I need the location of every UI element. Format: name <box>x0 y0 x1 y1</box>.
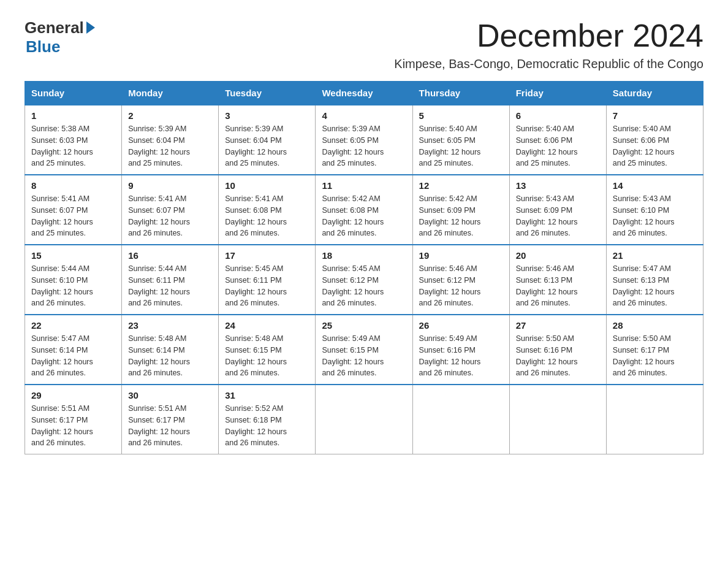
day-number: 19 <box>419 250 503 261</box>
day-number: 17 <box>225 250 309 261</box>
day-info: Sunrise: 5:39 AMSunset: 6:04 PMDaylight:… <box>225 124 287 167</box>
header-friday: Friday <box>509 82 606 105</box>
header-monday: Monday <box>122 82 219 105</box>
subtitle: Kimpese, Bas-Congo, Democratic Republic … <box>394 57 703 71</box>
calendar-cell <box>412 385 509 454</box>
day-info: Sunrise: 5:48 AMSunset: 6:14 PMDaylight:… <box>128 334 190 377</box>
calendar-cell: 6 Sunrise: 5:40 AMSunset: 6:06 PMDayligh… <box>509 105 606 175</box>
day-number: 20 <box>516 250 600 261</box>
day-number: 8 <box>31 180 115 191</box>
day-number: 31 <box>225 390 309 400</box>
day-number: 1 <box>31 110 115 121</box>
day-number: 10 <box>225 180 309 191</box>
day-number: 27 <box>516 320 600 331</box>
calendar-cell: 14 Sunrise: 5:43 AMSunset: 6:10 PMDaylig… <box>606 175 703 245</box>
calendar-cell: 12 Sunrise: 5:42 AMSunset: 6:09 PMDaylig… <box>412 175 509 245</box>
calendar-cell: 21 Sunrise: 5:47 AMSunset: 6:13 PMDaylig… <box>606 245 703 315</box>
calendar-cell <box>316 385 412 454</box>
day-number: 16 <box>128 250 212 261</box>
calendar-cell: 31 Sunrise: 5:52 AMSunset: 6:18 PMDaylig… <box>219 385 316 454</box>
logo-general-text: General <box>25 18 84 37</box>
calendar-week-row: 15 Sunrise: 5:44 AMSunset: 6:10 PMDaylig… <box>25 245 703 315</box>
calendar-cell: 23 Sunrise: 5:48 AMSunset: 6:14 PMDaylig… <box>122 315 219 385</box>
calendar-cell: 19 Sunrise: 5:46 AMSunset: 6:12 PMDaylig… <box>412 245 509 315</box>
day-number: 14 <box>613 180 697 191</box>
calendar-week-row: 1 Sunrise: 5:38 AMSunset: 6:03 PMDayligh… <box>25 105 703 175</box>
calendar-week-row: 29 Sunrise: 5:51 AMSunset: 6:17 PMDaylig… <box>25 385 703 454</box>
day-number: 29 <box>31 390 115 400</box>
day-number: 22 <box>31 320 115 331</box>
day-number: 26 <box>419 320 503 331</box>
day-info: Sunrise: 5:46 AMSunset: 6:13 PMDaylight:… <box>516 264 578 307</box>
day-info: Sunrise: 5:52 AMSunset: 6:18 PMDaylight:… <box>225 404 287 447</box>
header-sunday: Sunday <box>25 82 122 105</box>
calendar-cell: 22 Sunrise: 5:47 AMSunset: 6:14 PMDaylig… <box>25 315 122 385</box>
calendar-cell: 29 Sunrise: 5:51 AMSunset: 6:17 PMDaylig… <box>25 385 122 454</box>
calendar-cell: 5 Sunrise: 5:40 AMSunset: 6:05 PMDayligh… <box>412 105 509 175</box>
day-info: Sunrise: 5:41 AMSunset: 6:07 PMDaylight:… <box>31 194 93 237</box>
day-number: 18 <box>322 250 406 261</box>
main-title: December 2024 <box>394 18 703 53</box>
day-number: 2 <box>128 110 212 121</box>
day-info: Sunrise: 5:39 AMSunset: 6:04 PMDaylight:… <box>128 124 190 167</box>
day-info: Sunrise: 5:49 AMSunset: 6:16 PMDaylight:… <box>419 334 481 377</box>
day-number: 9 <box>128 180 212 191</box>
day-info: Sunrise: 5:48 AMSunset: 6:15 PMDaylight:… <box>225 334 287 377</box>
day-info: Sunrise: 5:46 AMSunset: 6:12 PMDaylight:… <box>419 264 481 307</box>
day-info: Sunrise: 5:42 AMSunset: 6:08 PMDaylight:… <box>322 194 384 237</box>
day-number: 21 <box>613 250 697 261</box>
day-info: Sunrise: 5:47 AMSunset: 6:13 PMDaylight:… <box>613 264 675 307</box>
day-number: 6 <box>516 110 600 121</box>
calendar-table: Sunday Monday Tuesday Wednesday Thursday… <box>25 81 703 454</box>
day-info: Sunrise: 5:50 AMSunset: 6:16 PMDaylight:… <box>516 334 578 377</box>
day-info: Sunrise: 5:41 AMSunset: 6:07 PMDaylight:… <box>128 194 190 237</box>
day-number: 24 <box>225 320 309 331</box>
calendar-week-row: 8 Sunrise: 5:41 AMSunset: 6:07 PMDayligh… <box>25 175 703 245</box>
day-info: Sunrise: 5:45 AMSunset: 6:11 PMDaylight:… <box>225 264 287 307</box>
logo-general: General <box>25 18 95 37</box>
calendar-cell: 20 Sunrise: 5:46 AMSunset: 6:13 PMDaylig… <box>509 245 606 315</box>
day-info: Sunrise: 5:39 AMSunset: 6:05 PMDaylight:… <box>322 124 384 167</box>
calendar-cell: 27 Sunrise: 5:50 AMSunset: 6:16 PMDaylig… <box>509 315 606 385</box>
calendar-cell: 26 Sunrise: 5:49 AMSunset: 6:16 PMDaylig… <box>412 315 509 385</box>
header-wednesday: Wednesday <box>316 82 412 105</box>
day-info: Sunrise: 5:40 AMSunset: 6:06 PMDaylight:… <box>613 124 675 167</box>
calendar-header-row: Sunday Monday Tuesday Wednesday Thursday… <box>25 82 703 105</box>
day-number: 5 <box>419 110 503 121</box>
day-number: 3 <box>225 110 309 121</box>
calendar-cell: 4 Sunrise: 5:39 AMSunset: 6:05 PMDayligh… <box>316 105 412 175</box>
calendar-cell: 7 Sunrise: 5:40 AMSunset: 6:06 PMDayligh… <box>606 105 703 175</box>
header-saturday: Saturday <box>606 82 703 105</box>
calendar-cell: 13 Sunrise: 5:43 AMSunset: 6:09 PMDaylig… <box>509 175 606 245</box>
calendar-cell: 25 Sunrise: 5:49 AMSunset: 6:15 PMDaylig… <box>316 315 412 385</box>
day-number: 28 <box>613 320 697 331</box>
page-header: General Blue December 2024 Kimpese, Bas-… <box>25 18 703 71</box>
day-info: Sunrise: 5:51 AMSunset: 6:17 PMDaylight:… <box>31 404 93 447</box>
calendar-cell <box>509 385 606 454</box>
day-number: 11 <box>322 180 406 191</box>
calendar-cell: 2 Sunrise: 5:39 AMSunset: 6:04 PMDayligh… <box>122 105 219 175</box>
calendar-cell: 3 Sunrise: 5:39 AMSunset: 6:04 PMDayligh… <box>219 105 316 175</box>
logo-arrow-icon <box>86 21 95 34</box>
day-info: Sunrise: 5:51 AMSunset: 6:17 PMDaylight:… <box>128 404 190 447</box>
day-number: 13 <box>516 180 600 191</box>
day-info: Sunrise: 5:40 AMSunset: 6:06 PMDaylight:… <box>516 124 578 167</box>
calendar-cell <box>606 385 703 454</box>
calendar-cell: 17 Sunrise: 5:45 AMSunset: 6:11 PMDaylig… <box>219 245 316 315</box>
calendar-cell: 24 Sunrise: 5:48 AMSunset: 6:15 PMDaylig… <box>219 315 316 385</box>
header-tuesday: Tuesday <box>219 82 316 105</box>
day-info: Sunrise: 5:43 AMSunset: 6:09 PMDaylight:… <box>516 194 578 237</box>
calendar-cell: 18 Sunrise: 5:45 AMSunset: 6:12 PMDaylig… <box>316 245 412 315</box>
day-number: 23 <box>128 320 212 331</box>
day-info: Sunrise: 5:43 AMSunset: 6:10 PMDaylight:… <box>613 194 675 237</box>
day-number: 30 <box>128 390 212 400</box>
day-number: 15 <box>31 250 115 261</box>
calendar-cell: 8 Sunrise: 5:41 AMSunset: 6:07 PMDayligh… <box>25 175 122 245</box>
day-info: Sunrise: 5:40 AMSunset: 6:05 PMDaylight:… <box>419 124 481 167</box>
day-number: 12 <box>419 180 503 191</box>
day-info: Sunrise: 5:38 AMSunset: 6:03 PMDaylight:… <box>31 124 93 167</box>
day-number: 4 <box>322 110 406 121</box>
day-info: Sunrise: 5:44 AMSunset: 6:10 PMDaylight:… <box>31 264 93 307</box>
calendar-cell: 30 Sunrise: 5:51 AMSunset: 6:17 PMDaylig… <box>122 385 219 454</box>
day-info: Sunrise: 5:41 AMSunset: 6:08 PMDaylight:… <box>225 194 287 237</box>
